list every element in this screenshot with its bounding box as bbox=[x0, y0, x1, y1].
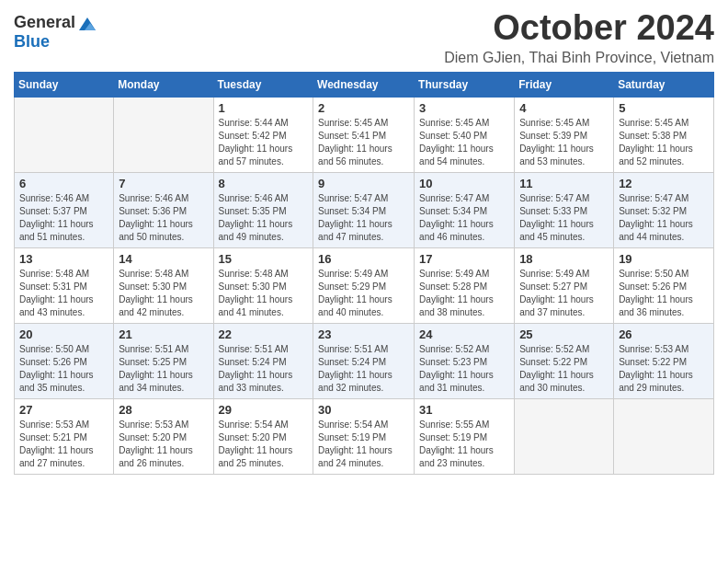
calendar-day: 6Sunrise: 5:46 AMSunset: 5:37 PMDaylight… bbox=[15, 172, 114, 247]
calendar-day: 16Sunrise: 5:49 AMSunset: 5:29 PMDayligh… bbox=[313, 247, 415, 323]
day-info: Sunrise: 5:46 AMSunset: 5:35 PMDaylight:… bbox=[219, 192, 309, 244]
daylight-text: Daylight: 11 hours and 44 minutes. bbox=[619, 219, 693, 242]
day-number: 30 bbox=[318, 403, 409, 417]
day-info: Sunrise: 5:55 AMSunset: 5:19 PMDaylight:… bbox=[419, 419, 509, 470]
sunrise-text: Sunrise: 5:45 AM bbox=[519, 118, 589, 128]
sunrise-text: Sunrise: 5:54 AM bbox=[318, 419, 388, 430]
sunset-text: Sunset: 5:34 PM bbox=[318, 206, 386, 216]
sunrise-text: Sunrise: 5:53 AM bbox=[19, 419, 89, 430]
header-thursday: Thursday bbox=[415, 72, 515, 97]
sunrise-text: Sunrise: 5:55 AM bbox=[419, 419, 489, 430]
calendar-day: 31Sunrise: 5:55 AMSunset: 5:19 PMDayligh… bbox=[415, 398, 515, 474]
day-info: Sunrise: 5:47 AMSunset: 5:32 PMDaylight:… bbox=[619, 192, 709, 244]
daylight-text: Daylight: 11 hours and 50 minutes. bbox=[119, 219, 193, 242]
calendar-day: 15Sunrise: 5:48 AMSunset: 5:30 PMDayligh… bbox=[213, 247, 313, 323]
calendar-week-row: 20Sunrise: 5:50 AMSunset: 5:26 PMDayligh… bbox=[15, 323, 714, 398]
calendar-day-empty bbox=[515, 398, 614, 474]
day-number: 4 bbox=[519, 101, 609, 115]
day-number: 18 bbox=[519, 252, 609, 266]
daylight-text: Daylight: 11 hours and 43 minutes. bbox=[19, 294, 94, 317]
daylight-text: Daylight: 11 hours and 57 minutes. bbox=[219, 144, 293, 167]
calendar-day: 4Sunrise: 5:45 AMSunset: 5:39 PMDaylight… bbox=[515, 97, 614, 172]
sunrise-text: Sunrise: 5:46 AM bbox=[219, 193, 289, 203]
sunset-text: Sunset: 5:22 PM bbox=[619, 357, 687, 367]
day-number: 7 bbox=[119, 177, 208, 190]
day-number: 16 bbox=[318, 252, 409, 266]
sunrise-text: Sunrise: 5:48 AM bbox=[219, 269, 289, 279]
day-number: 23 bbox=[318, 327, 409, 341]
sunset-text: Sunset: 5:36 PM bbox=[119, 206, 187, 216]
location-subtitle: Diem GJien, Thai Binh Province, Vietnam bbox=[444, 50, 714, 66]
day-info: Sunrise: 5:49 AMSunset: 5:28 PMDaylight:… bbox=[419, 268, 509, 319]
day-number: 2 bbox=[318, 101, 409, 115]
daylight-text: Daylight: 11 hours and 46 minutes. bbox=[419, 219, 494, 242]
calendar-week-row: 27Sunrise: 5:53 AMSunset: 5:21 PMDayligh… bbox=[15, 398, 714, 474]
day-number: 8 bbox=[219, 177, 309, 190]
day-number: 26 bbox=[619, 327, 709, 341]
day-number: 20 bbox=[19, 327, 108, 341]
day-info: Sunrise: 5:50 AMSunset: 5:26 PMDaylight:… bbox=[19, 343, 108, 395]
sunset-text: Sunset: 5:28 PM bbox=[419, 282, 487, 292]
logo: General Blue bbox=[14, 13, 97, 52]
calendar-day: 7Sunrise: 5:46 AMSunset: 5:36 PMDaylight… bbox=[114, 172, 213, 247]
calendar-day: 26Sunrise: 5:53 AMSunset: 5:22 PMDayligh… bbox=[614, 323, 714, 398]
sunrise-text: Sunrise: 5:48 AM bbox=[119, 269, 188, 279]
sunrise-text: Sunrise: 5:45 AM bbox=[619, 118, 688, 128]
sunset-text: Sunset: 5:33 PM bbox=[519, 206, 587, 216]
day-number: 10 bbox=[419, 177, 509, 190]
sunrise-text: Sunrise: 5:45 AM bbox=[419, 118, 489, 128]
day-number: 24 bbox=[419, 327, 509, 341]
sunrise-text: Sunrise: 5:49 AM bbox=[318, 269, 388, 279]
header-tuesday: Tuesday bbox=[213, 72, 313, 97]
daylight-text: Daylight: 11 hours and 56 minutes. bbox=[318, 144, 392, 167]
day-info: Sunrise: 5:50 AMSunset: 5:26 PMDaylight:… bbox=[619, 268, 709, 319]
day-number: 5 bbox=[619, 101, 709, 115]
day-number: 9 bbox=[318, 177, 409, 190]
calendar-day: 18Sunrise: 5:49 AMSunset: 5:27 PMDayligh… bbox=[515, 247, 614, 323]
logo-general: General bbox=[14, 13, 97, 34]
calendar-day: 24Sunrise: 5:52 AMSunset: 5:23 PMDayligh… bbox=[415, 323, 515, 398]
day-number: 12 bbox=[619, 177, 709, 190]
daylight-text: Daylight: 11 hours and 36 minutes. bbox=[619, 294, 693, 317]
sunrise-text: Sunrise: 5:46 AM bbox=[19, 193, 89, 203]
daylight-text: Daylight: 11 hours and 51 minutes. bbox=[19, 219, 94, 242]
day-number: 19 bbox=[619, 252, 709, 266]
sunset-text: Sunset: 5:30 PM bbox=[119, 282, 187, 292]
header-monday: Monday bbox=[114, 72, 213, 97]
calendar-day: 12Sunrise: 5:47 AMSunset: 5:32 PMDayligh… bbox=[614, 172, 714, 247]
day-info: Sunrise: 5:54 AMSunset: 5:20 PMDaylight:… bbox=[219, 419, 309, 470]
header-wednesday: Wednesday bbox=[313, 72, 415, 97]
daylight-text: Daylight: 11 hours and 54 minutes. bbox=[419, 144, 494, 167]
calendar-day: 1Sunrise: 5:44 AMSunset: 5:42 PMDaylight… bbox=[213, 97, 313, 172]
month-title: October 2024 bbox=[444, 9, 714, 48]
daylight-text: Daylight: 11 hours and 40 minutes. bbox=[318, 294, 392, 317]
logo-text-general: General bbox=[14, 13, 75, 31]
sunrise-text: Sunrise: 5:53 AM bbox=[619, 344, 688, 354]
day-info: Sunrise: 5:45 AMSunset: 5:40 PMDaylight:… bbox=[419, 117, 509, 168]
sunrise-text: Sunrise: 5:49 AM bbox=[519, 269, 589, 279]
daylight-text: Daylight: 11 hours and 34 minutes. bbox=[119, 370, 193, 393]
daylight-text: Daylight: 11 hours and 29 minutes. bbox=[619, 370, 693, 393]
calendar-week-row: 6Sunrise: 5:46 AMSunset: 5:37 PMDaylight… bbox=[15, 172, 714, 247]
calendar-day: 29Sunrise: 5:54 AMSunset: 5:20 PMDayligh… bbox=[213, 398, 313, 474]
daylight-text: Daylight: 11 hours and 31 minutes. bbox=[419, 370, 494, 393]
day-info: Sunrise: 5:51 AMSunset: 5:24 PMDaylight:… bbox=[318, 343, 409, 395]
daylight-text: Daylight: 11 hours and 35 minutes. bbox=[19, 370, 94, 393]
calendar-day: 17Sunrise: 5:49 AMSunset: 5:28 PMDayligh… bbox=[415, 247, 515, 323]
day-info: Sunrise: 5:45 AMSunset: 5:39 PMDaylight:… bbox=[519, 117, 609, 168]
daylight-text: Daylight: 11 hours and 27 minutes. bbox=[19, 445, 94, 468]
calendar-day: 21Sunrise: 5:51 AMSunset: 5:25 PMDayligh… bbox=[114, 323, 213, 398]
sunrise-text: Sunrise: 5:45 AM bbox=[318, 118, 388, 128]
day-number: 14 bbox=[119, 252, 208, 266]
day-number: 31 bbox=[419, 403, 509, 417]
sunrise-text: Sunrise: 5:50 AM bbox=[619, 269, 688, 279]
day-number: 11 bbox=[519, 177, 609, 190]
day-info: Sunrise: 5:49 AMSunset: 5:27 PMDaylight:… bbox=[519, 268, 609, 319]
day-info: Sunrise: 5:52 AMSunset: 5:23 PMDaylight:… bbox=[419, 343, 509, 395]
sunrise-text: Sunrise: 5:51 AM bbox=[219, 344, 289, 354]
calendar-table: Sunday Monday Tuesday Wednesday Thursday… bbox=[14, 72, 714, 475]
day-info: Sunrise: 5:47 AMSunset: 5:34 PMDaylight:… bbox=[419, 192, 509, 244]
sunset-text: Sunset: 5:40 PM bbox=[419, 131, 487, 141]
sunrise-text: Sunrise: 5:51 AM bbox=[318, 344, 388, 354]
daylight-text: Daylight: 11 hours and 42 minutes. bbox=[119, 294, 193, 317]
